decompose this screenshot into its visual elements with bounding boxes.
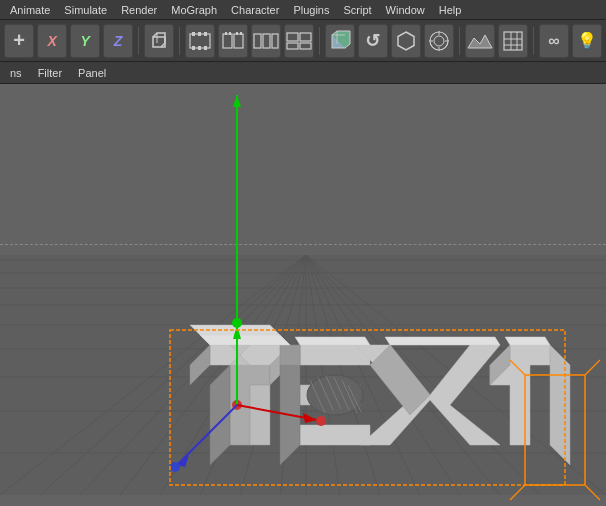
film4-button[interactable]	[284, 24, 314, 58]
light-icon: 💡	[577, 31, 597, 50]
svg-rect-15	[263, 34, 270, 48]
svg-marker-72	[280, 345, 300, 365]
sep5	[533, 27, 534, 55]
sep1	[138, 27, 139, 55]
svg-point-96	[316, 416, 326, 426]
svg-rect-11	[229, 32, 231, 35]
svg-marker-83	[505, 337, 550, 345]
menu-window[interactable]: Window	[380, 2, 431, 18]
shape1-button[interactable]	[325, 24, 355, 58]
menu-render[interactable]: Render	[115, 2, 163, 18]
svg-rect-14	[254, 34, 261, 48]
add-button[interactable]: +	[4, 24, 34, 58]
svg-rect-12	[236, 32, 238, 35]
svg-point-99	[170, 462, 180, 472]
svg-rect-20	[300, 43, 311, 49]
toolbar2-panel[interactable]: Panel	[72, 65, 112, 81]
y-icon: Y	[80, 33, 89, 49]
svg-marker-79	[550, 345, 570, 465]
toolbar2-ns[interactable]: ns	[4, 65, 28, 81]
infinite-icon: ∞	[548, 32, 559, 50]
filmstrip1-icon	[189, 32, 211, 50]
menu-script[interactable]: Script	[337, 2, 377, 18]
toolbar: + X Y Z	[0, 20, 606, 62]
svg-rect-29	[504, 32, 522, 50]
menu-help[interactable]: Help	[433, 2, 468, 18]
svg-rect-9	[234, 34, 243, 48]
svg-rect-10	[225, 32, 227, 35]
film1-button[interactable]	[185, 24, 215, 58]
svg-rect-4	[204, 32, 207, 36]
z-icon: Z	[114, 33, 123, 49]
svg-rect-7	[204, 46, 207, 50]
grid-icon	[502, 30, 524, 52]
svg-rect-3	[198, 32, 201, 36]
toolbar2: ns Filter Panel	[0, 62, 606, 84]
svg-marker-22	[398, 32, 414, 50]
filmstrip3-icon	[253, 32, 279, 50]
infinite-button[interactable]: ∞	[539, 24, 569, 58]
sep2	[179, 27, 180, 55]
y-axis-button[interactable]: Y	[70, 24, 100, 58]
menu-character[interactable]: Character	[225, 2, 285, 18]
grid-button[interactable]	[498, 24, 528, 58]
scene-svg	[0, 84, 606, 506]
filmstrip2-icon	[222, 32, 244, 50]
sep3	[319, 27, 320, 55]
rotate-icon: ↺	[365, 30, 380, 52]
x-axis-button[interactable]: X	[37, 24, 67, 58]
cube-icon	[329, 30, 351, 52]
svg-marker-82	[385, 337, 500, 345]
svg-rect-5	[192, 46, 195, 50]
x-icon: X	[47, 33, 56, 49]
svg-rect-13	[240, 32, 242, 35]
menu-animate[interactable]: Animate	[4, 2, 56, 18]
menu-plugins[interactable]: Plugins	[287, 2, 335, 18]
svg-rect-2	[192, 32, 195, 36]
star-icon	[428, 30, 450, 52]
box-icon	[149, 31, 169, 51]
svg-rect-18	[300, 33, 311, 41]
svg-rect-19	[287, 43, 298, 49]
toolbar2-filter[interactable]: Filter	[32, 65, 68, 81]
shape2-button[interactable]	[391, 24, 421, 58]
rotate-button[interactable]: ↺	[358, 24, 388, 58]
film3-button[interactable]	[251, 24, 281, 58]
menu-mograph[interactable]: MoGraph	[165, 2, 223, 18]
film2-button[interactable]	[218, 24, 248, 58]
svg-rect-16	[272, 34, 278, 48]
filmstrip4-icon	[286, 32, 312, 50]
shape3-button[interactable]	[424, 24, 454, 58]
svg-rect-8	[223, 34, 232, 48]
menu-simulate[interactable]: Simulate	[58, 2, 113, 18]
menubar: Animate Simulate Render MoGraph Characte…	[0, 0, 606, 20]
sep4	[459, 27, 460, 55]
plus-icon: +	[13, 29, 25, 52]
svg-rect-6	[198, 46, 201, 50]
object-button[interactable]	[144, 24, 174, 58]
y-axis-arrow	[233, 95, 241, 107]
svg-marker-81	[295, 337, 370, 345]
hex-icon	[395, 30, 417, 52]
terrain-icon	[467, 30, 493, 52]
light-button[interactable]: 💡	[572, 24, 602, 58]
svg-point-93	[232, 318, 242, 328]
svg-rect-17	[287, 33, 298, 41]
svg-marker-70	[300, 425, 370, 445]
svg-point-24	[434, 36, 444, 46]
viewport[interactable]	[0, 84, 606, 506]
svg-rect-1	[190, 34, 210, 48]
z-axis-button[interactable]: Z	[103, 24, 133, 58]
svg-marker-80	[200, 335, 290, 345]
terrain-button[interactable]	[465, 24, 495, 58]
